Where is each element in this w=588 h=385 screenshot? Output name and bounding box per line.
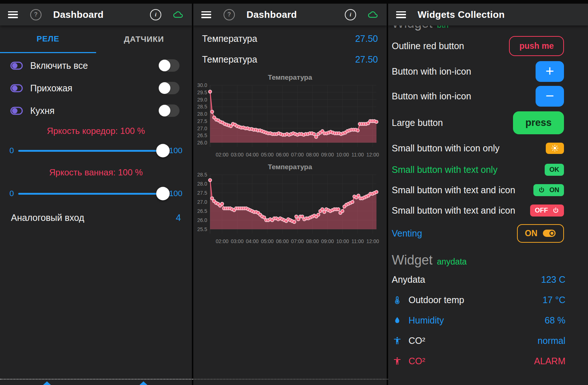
kitchen-switch[interactable] [158, 104, 179, 117]
data-value: 17 °C [542, 295, 565, 305]
toggle-switch-icon [10, 107, 23, 115]
svg-text:09:00: 09:00 [321, 238, 334, 244]
widget-label: Button with ion-icon [392, 66, 471, 77]
svg-text:03:00: 03:00 [231, 238, 244, 244]
slider-thumb[interactable] [156, 187, 170, 201]
data-row: CO² ALARM [388, 351, 588, 371]
scroll-marker-triangle [43, 381, 51, 385]
info-icon[interactable]: i [345, 9, 356, 20]
data-label: Humidity [409, 315, 444, 326]
cloud-sync-icon[interactable] [172, 10, 184, 19]
data-value: 123 C [541, 274, 565, 285]
toggle-all-switch[interactable] [158, 59, 179, 72]
help-icon[interactable]: ? [30, 9, 42, 20]
sensor-label: Температура [202, 33, 257, 44]
widget-row: Small button with text and icon OFF [388, 200, 588, 221]
data-label: Outdoor temp [409, 295, 464, 305]
slider-min: 0 [9, 189, 14, 198]
menu-icon[interactable] [8, 11, 18, 18]
press-button[interactable]: press [513, 111, 564, 134]
svg-text:25.5: 25.5 [197, 226, 207, 232]
minus-button[interactable]: − [536, 86, 564, 107]
widget-row: Button with ion-icon − [388, 84, 588, 108]
ok-button[interactable]: OK [545, 164, 564, 176]
dotted-separator [193, 379, 388, 380]
switch-thumb [159, 60, 170, 71]
sensor-value-row: Температура 27.50 [193, 28, 387, 49]
svg-text:05:00: 05:00 [261, 238, 274, 244]
info-icon[interactable]: i [150, 9, 161, 20]
slider-max: 100 [169, 146, 182, 155]
power-icon [552, 207, 559, 214]
svg-text:26.5: 26.5 [197, 132, 207, 138]
slider-track[interactable] [18, 150, 165, 152]
sun-icon [551, 144, 559, 152]
svg-text:27.0: 27.0 [197, 126, 207, 131]
temperature-chart-1: Температура 30.029.529.028.528.027.527.0… [193, 74, 387, 159]
widget-row: Venting ON [388, 221, 588, 246]
brightness-slider-corridor: 0 100 [0, 139, 192, 162]
widget-row: Small button with text only OK [388, 159, 588, 180]
slider-thumb[interactable] [156, 144, 170, 158]
sensor-value: 27.50 [355, 33, 378, 44]
power-icon [538, 187, 545, 194]
data-row: Humidity 68 % [388, 310, 588, 330]
data-row: Outdoor temp 17 °C [388, 290, 588, 310]
svg-text:03:00: 03:00 [231, 152, 244, 158]
chart-canvas: 30.029.529.028.528.027.527.026.526.002:0… [193, 83, 387, 159]
switch-label: Кухня [30, 106, 55, 116]
widget-label: Small button with text only [392, 164, 497, 175]
svg-text:26.0: 26.0 [197, 140, 207, 146]
page-title: Dashboard [53, 9, 104, 20]
venting-toggle-button[interactable]: ON [517, 224, 564, 243]
cloud-sync-icon[interactable] [367, 10, 379, 19]
section-tag: anydata [437, 257, 467, 267]
hallway-switch[interactable] [158, 82, 179, 94]
help-icon[interactable]: ? [224, 9, 235, 20]
sun-button[interactable] [546, 143, 564, 154]
switch-row: Кухня [0, 100, 192, 121]
page-title: Dashboard [246, 9, 297, 20]
push-me-button[interactable]: push me [509, 36, 564, 56]
tab-sensors[interactable]: ДАТЧИКИ [96, 25, 192, 53]
status-bar [0, 0, 588, 4]
switch-thumb [159, 105, 170, 116]
plus-button[interactable]: + [536, 61, 564, 82]
svg-text:08:00: 08:00 [306, 152, 319, 158]
header-right: Widgets Collection [388, 4, 588, 25]
svg-text:10:00: 10:00 [336, 238, 349, 244]
section-heading: Widget anydata [388, 253, 588, 269]
svg-text:29.0: 29.0 [197, 97, 207, 103]
header-middle: ? Dashboard i [193, 4, 387, 25]
data-label: CO² [409, 336, 425, 346]
scroll-marker-triangle [139, 381, 148, 385]
menu-icon[interactable] [201, 11, 211, 18]
tab-relays[interactable]: РЕЛЕ [0, 25, 96, 53]
panel-dashboard-sensors: ? Dashboard i Температура 27.50 Температ… [193, 4, 387, 385]
svg-text:27.5: 27.5 [197, 118, 207, 124]
svg-text:26.5: 26.5 [197, 208, 207, 214]
slider-min: 0 [9, 146, 14, 155]
menu-icon[interactable] [396, 11, 406, 18]
section-word: Widget [392, 25, 433, 31]
switch-label: Прихожая [30, 83, 72, 94]
widget-label: Large button [392, 118, 443, 128]
dotted-separator [0, 379, 193, 380]
on-button[interactable]: ON [533, 184, 564, 196]
svg-text:27.5: 27.5 [197, 190, 207, 196]
plus-icon: + [545, 64, 554, 78]
sensor-label: Температура [202, 54, 257, 65]
off-button[interactable]: OFF [530, 205, 564, 217]
slider-label: Яркость ванная: 100 % [0, 167, 192, 178]
svg-text:11:00: 11:00 [351, 238, 364, 244]
sensor-value: 27.50 [355, 54, 378, 65]
svg-text:04:00: 04:00 [246, 238, 259, 244]
widget-row: Outline red button push me [388, 33, 588, 59]
svg-text:29.5: 29.5 [197, 90, 207, 95]
venting-state-label: ON [525, 229, 538, 238]
data-value: ALARM [534, 356, 565, 366]
panel-widgets-collection: Widgets Collection Widgetbtn Outline red… [388, 4, 588, 385]
svg-text:07:00: 07:00 [291, 152, 304, 158]
slider-track[interactable] [18, 193, 165, 195]
minus-icon: − [545, 88, 554, 103]
